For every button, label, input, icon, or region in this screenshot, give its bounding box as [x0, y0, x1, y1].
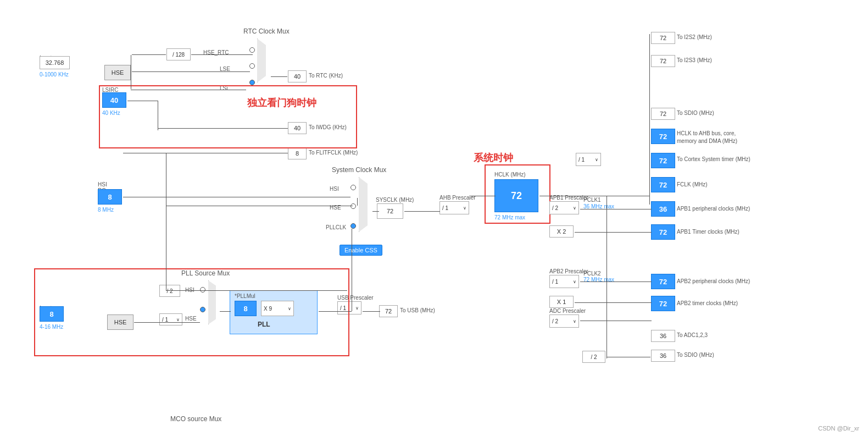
pll-sysclkmux-line — [319, 311, 352, 312]
sysclock-title: 系统时钟 — [474, 151, 513, 164]
apb2-timer-line — [575, 302, 652, 303]
apb2-out-line — [580, 282, 652, 282]
rtc-out-label: To RTC (KHz) — [309, 73, 343, 79]
mux-sysclk-line — [372, 211, 379, 212]
apb2-periph-value[interactable]: 72 — [651, 274, 675, 289]
fclk-out-value[interactable]: 72 — [651, 177, 675, 192]
div128-mux-line — [191, 54, 253, 55]
pllclk-mux-label: PLLCLK — [326, 224, 346, 230]
flitfclk-out-value: 8 — [288, 147, 307, 159]
cortex-out-value[interactable]: 72 — [651, 153, 675, 168]
apb1-out-line — [580, 209, 652, 209]
apb1-periph-value[interactable]: 36 — [651, 201, 675, 217]
usb-out-value: 72 — [379, 305, 398, 317]
hsi-mux-label: HSI — [330, 186, 339, 192]
hclk-right-line — [539, 196, 649, 196]
sdio-hline — [607, 357, 650, 357]
pll-label: PLL — [258, 321, 270, 328]
sysclk-mux-pll — [350, 223, 356, 229]
apb1-periph-label: APB1 peripheral clocks (MHz) — [677, 206, 750, 212]
lsirc-vline — [158, 101, 158, 130]
usb-out-label: To USB (MHz) — [400, 307, 435, 313]
flitfclk-out-label: To FLITFCLK (MHz) — [309, 150, 358, 156]
pll-mul-x-dropdown[interactable]: X 9 — [261, 301, 294, 316]
watchdog-title: 独立看门狗时钟 — [247, 96, 316, 109]
adc-div-dropdown[interactable]: / 2 — [549, 314, 579, 328]
ahb-hclk-line — [471, 196, 496, 196]
hsirc-mux-line — [123, 197, 166, 197]
fclk-out-label: FCLK (MHz) — [677, 181, 708, 187]
rtc-mux-circle-top — [249, 47, 255, 53]
ahb-prescaler-label: AHB Prescaler — [439, 195, 476, 201]
pll-mul-value[interactable]: 8 — [235, 301, 257, 316]
x2-block: X 2 — [549, 225, 574, 238]
sdio-top-out-label: To SDIO (MHz) — [677, 110, 714, 116]
pll-box: *PLLMul 8 X 9 PLL — [230, 290, 318, 334]
div1-hse-dropdown[interactable]: / 1 — [159, 313, 182, 325]
x1-block: X 1 — [549, 296, 574, 308]
pclk2-label: PCLK2 — [583, 271, 601, 277]
pllmux-pllbox-line — [220, 311, 231, 312]
hsi-pll-vline — [166, 197, 166, 290]
lse-vline — [131, 55, 131, 89]
sdio-vline — [607, 196, 607, 358]
hsirc-vline — [166, 153, 166, 197]
sdio-top-out-value: 72 — [651, 108, 675, 120]
pll-src-mux-top — [200, 287, 205, 292]
div2-hsi: / 2 — [159, 285, 180, 297]
hsirc-sysclk-mux-line — [166, 197, 350, 197]
pll-vline — [352, 229, 352, 311]
input-freq-label: Input frequency 32.768 0-1000 KHz — [40, 55, 70, 68]
div1-cortex-dropdown[interactable]: / 1 — [576, 153, 601, 166]
cortex-out-label: To Cortex System timer (MHz) — [677, 156, 750, 162]
clock-config-diagram: RTC Clock Mux System Clock Mux PLL Sourc… — [0, 0, 868, 436]
sysclk-mux-hse — [350, 203, 356, 209]
hclk-vline-right — [649, 34, 650, 205]
apb1-div-dropdown[interactable]: / 2 — [549, 201, 579, 214]
flitfclk-line — [123, 153, 288, 153]
enable-css-button[interactable]: Enable CSS — [340, 245, 382, 256]
apb2-prescaler-label: APB2 Prescaler — [549, 268, 588, 274]
i2s2-out-value: 72 — [651, 32, 675, 44]
ahb-out-value[interactable]: 72 — [651, 129, 675, 144]
div128-block: / 128 — [166, 48, 191, 60]
sdio-bot-out-label: To SDIO (MHz) — [677, 352, 714, 358]
sdio-bot-out-value: 36 — [651, 350, 675, 362]
hsi-rc-unit: 8 MHz — [98, 207, 114, 213]
apb1-timer-value[interactable]: 72 — [651, 224, 675, 240]
mco-source-mux-label: MCO source Mux — [170, 415, 221, 423]
lsirc-iwdg-line — [158, 128, 288, 129]
pll-mux-hse-label: HSE — [185, 316, 197, 322]
hse-pll-line — [134, 322, 200, 323]
apb1-timer-line — [575, 232, 652, 233]
system-clock-mux-label: System Clock Mux — [332, 166, 386, 174]
hsi-pll-hline — [166, 290, 347, 291]
usb-out-line — [363, 311, 380, 312]
ahb-out-label: HCLK to AHB bus, core,memory and DMA (MH… — [677, 130, 765, 145]
apb1-timer-label: APB1 Timer clocks (MHz) — [677, 229, 739, 235]
apb2-timer-value[interactable]: 72 — [651, 296, 675, 311]
sysclk-label: SYSCLK (MHz) — [376, 197, 414, 203]
rtc-out-value: 40 — [288, 70, 307, 82]
pclk1-label: PCLK1 — [583, 197, 601, 203]
rtc-mux-circle-mid — [249, 63, 255, 69]
watchdog-red-box — [99, 85, 357, 148]
sysclk-ahb-line — [404, 211, 440, 212]
adc-out-label: To ADC1,2,3 — [677, 332, 708, 338]
apb2-div-dropdown[interactable]: / 1 — [549, 275, 579, 288]
hse-sysclkmux-vline — [357, 198, 358, 206]
hse-div128-line — [132, 54, 166, 55]
lse-freq-value[interactable]: 32.768 — [40, 56, 70, 69]
sysclk-mux-hsi — [350, 185, 356, 190]
rtc-clock-mux-label: RTC Clock Mux — [243, 27, 290, 35]
adc-prescaler-label: ADC Prescaler — [549, 308, 586, 314]
apb2-timer-label: APB2 timer clocks (MHz) — [677, 300, 738, 306]
lsi-iwdg-line — [271, 128, 287, 129]
ahb-div-dropdown[interactable]: / 1 — [439, 201, 469, 214]
i2s2-out-label: To I2S2 (MHz) — [677, 34, 712, 40]
lsirc-line1 — [127, 101, 158, 101]
i2s3-out-value: 72 — [651, 55, 675, 67]
hsi-rc-value[interactable]: 8 — [98, 189, 122, 205]
hse-sysclkmux-line — [166, 206, 353, 206]
pll-src-mux-bot — [200, 307, 205, 312]
